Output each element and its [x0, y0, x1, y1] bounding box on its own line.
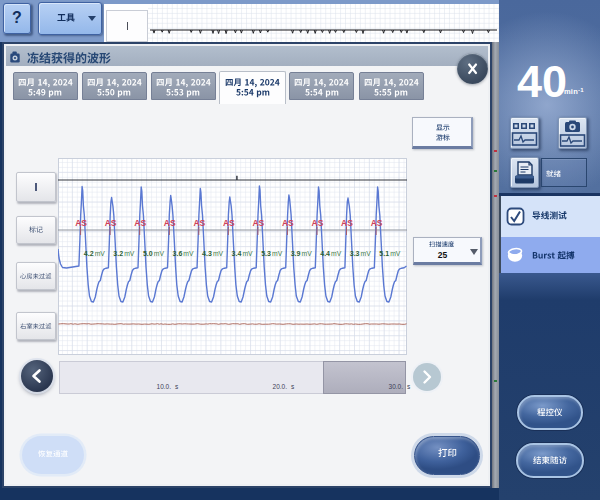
svg-text:3.3: 3.3 [349, 250, 359, 257]
svg-text:AS: AS [311, 218, 323, 228]
svg-text:3.9: 3.9 [290, 250, 300, 257]
svg-text:AS: AS [163, 218, 175, 228]
svg-text:mV: mV [242, 250, 253, 257]
svg-text:mV: mV [183, 250, 194, 257]
svg-text:mV: mV [153, 250, 164, 257]
svg-text:5.3: 5.3 [261, 250, 271, 257]
svg-text:AS: AS [341, 218, 353, 228]
svg-text:3.4: 3.4 [231, 250, 241, 257]
svg-text:mV: mV [360, 250, 371, 257]
svg-text:AS: AS [193, 218, 205, 228]
svg-text:AS: AS [104, 218, 116, 228]
svg-text:4.2: 4.2 [83, 250, 93, 257]
svg-text:5.1: 5.1 [379, 250, 389, 257]
svg-text:mV: mV [331, 250, 342, 257]
svg-text:AS: AS [75, 218, 87, 228]
svg-text:4.4: 4.4 [320, 250, 330, 257]
svg-text:4.3: 4.3 [202, 250, 212, 257]
svg-text:AS: AS [370, 218, 382, 228]
svg-text:mV: mV [390, 250, 401, 257]
svg-text:5.0: 5.0 [142, 250, 152, 257]
svg-text:mV: mV [301, 250, 312, 257]
svg-text:3.2: 3.2 [113, 250, 123, 257]
svg-text:AS: AS [134, 218, 146, 228]
svg-text:3.6: 3.6 [172, 250, 182, 257]
svg-text:AS: AS [252, 218, 264, 228]
svg-text:mV: mV [94, 250, 105, 257]
svg-text:AS: AS [222, 218, 234, 228]
svg-text:mV: mV [124, 250, 135, 257]
svg-text:mV: mV [212, 250, 223, 257]
svg-text:AS: AS [281, 218, 293, 228]
svg-text:mV: mV [272, 250, 283, 257]
